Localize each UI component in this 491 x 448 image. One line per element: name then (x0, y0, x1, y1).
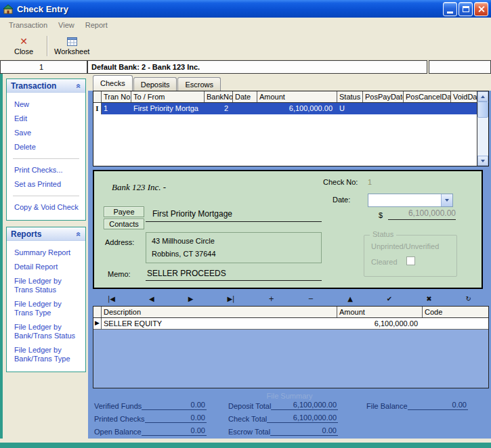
bank-bar-spacer-cell (429, 60, 491, 74)
scrollbar-track[interactable] (477, 102, 488, 156)
sidebar-item-save[interactable]: Save (7, 126, 85, 140)
sidebar-item-detail-report[interactable]: Detail Report (7, 260, 85, 274)
chevron-up-icon[interactable]: « (74, 83, 84, 88)
open-balance-label: Open Balance (94, 428, 142, 436)
table-row[interactable]: ▶ SELLER EQUITY 6,100,000.00 (93, 318, 488, 330)
status-bar (0, 439, 491, 448)
column-to-from[interactable]: To / From (131, 91, 205, 102)
file-summary-columns: Verified Funds 0.00 Printed Checks 0.00 … (88, 401, 491, 439)
check-no-label: Check No: (323, 178, 358, 186)
cancel-edit-icon[interactable]: ✖ (426, 296, 431, 303)
payee-button[interactable]: Payee (104, 206, 144, 217)
deposit-total-value: 6,100,000.00 (271, 401, 338, 410)
sidebar-item-file-ledger-bank-trans-status[interactable]: File Ledger by Bank/Trans Status (7, 320, 85, 343)
column-amount[interactable]: Amount (257, 91, 337, 102)
menubar: Transaction View Report (0, 18, 491, 32)
menu-view[interactable]: View (53, 20, 80, 30)
summary-row-deposit-total: Deposit Total 6,100,000.00 (228, 401, 338, 410)
reports-panel-header[interactable]: Reports « (7, 227, 85, 241)
refresh-icon[interactable]: ↻ (466, 296, 471, 303)
prior-record-icon[interactable]: ◀ (149, 296, 154, 303)
default-bank-cell: Default Bank: 2 - Bank 123 Inc. (87, 60, 427, 74)
sidebar-item-file-ledger-trans-status[interactable]: File Ledger by Trans Status (7, 274, 85, 297)
transaction-panel-header[interactable]: Transaction « (7, 79, 85, 93)
line-items-grid: Description Amount Code ▶ SELLER EQUITY … (93, 306, 489, 388)
tab-checks[interactable]: Checks (93, 75, 133, 91)
sidebar-item-delete[interactable]: Delete (7, 140, 85, 154)
sidebar-item-set-as-printed[interactable]: Set as Printed (7, 177, 85, 192)
arrow-up-icon (481, 95, 485, 98)
cell-void-date (451, 103, 477, 114)
vertical-scrollbar[interactable] (477, 91, 488, 166)
memo-field[interactable]: SELLER PROCEEDS (147, 269, 226, 278)
maximize-button[interactable] (458, 2, 473, 16)
minimize-button[interactable] (443, 2, 457, 16)
summary-row-printed-checks: Printed Checks 0.00 (94, 414, 207, 423)
table-row[interactable]: I 1 First Priority Mortga 2 6,100,000.00… (93, 103, 477, 114)
cleared-checkbox (406, 256, 415, 265)
close-button[interactable]: ✕ Close (7, 33, 41, 59)
sidebar-item-new[interactable]: New (7, 97, 85, 112)
last-record-icon[interactable]: ▶| (227, 296, 234, 303)
close-window-button[interactable] (474, 2, 488, 16)
summary-column-left: Verified Funds 0.00 Printed Checks 0.00 … (94, 401, 207, 439)
checks-grid: Tran No To / From BankNo Date Amount Sta… (93, 91, 489, 166)
post-record-icon[interactable]: ✔ (387, 296, 392, 303)
column-amount[interactable]: Amount (337, 307, 423, 317)
column-bank-no[interactable]: BankNo (205, 91, 233, 102)
amount-field[interactable]: 6,100,000.00 (388, 208, 456, 220)
scrollbar-thumb[interactable] (477, 102, 488, 118)
cell-tran-no: 1 (102, 103, 131, 114)
sidebar-item-copy-void-check[interactable]: Copy & Void Check (7, 200, 85, 215)
tab-deposits[interactable]: Deposits (133, 77, 177, 91)
scroll-down-button[interactable] (477, 156, 488, 166)
file-summary-title: File Summary (88, 392, 491, 400)
worksheet-icon (67, 36, 77, 47)
dropdown-button[interactable] (441, 194, 452, 206)
main-area: Transaction « New Edit Save Delete Print… (0, 74, 491, 439)
summary-row-verified-funds: Verified Funds 0.00 (94, 401, 207, 410)
date-combobox[interactable] (368, 194, 453, 207)
cell-date (233, 103, 257, 114)
delete-record-icon[interactable]: − (308, 296, 314, 303)
contacts-button[interactable]: Contacts (104, 219, 144, 229)
edit-record-icon[interactable]: ▲ (347, 296, 353, 303)
close-button-label: Close (14, 47, 33, 55)
scroll-up-button[interactable] (477, 91, 488, 102)
sidebar-item-file-ledger-trans-type[interactable]: File Ledger by Trans Type (7, 297, 85, 320)
cell-amount: 6,100,000.00 (337, 318, 423, 329)
sidebar-item-file-ledger-bank-trans-type[interactable]: File Ledger by Bank/Trans Type (7, 343, 85, 366)
column-description[interactable]: Description (102, 307, 337, 317)
transaction-panel-items: New Edit Save Delete Print Checks... Set… (7, 93, 85, 220)
sidebar-item-edit[interactable]: Edit (7, 112, 85, 126)
column-date[interactable]: Date (233, 91, 257, 102)
column-status[interactable]: Status (337, 91, 363, 102)
sidebar-divider (13, 158, 79, 159)
column-code[interactable]: Code (423, 307, 488, 317)
payee-name-field[interactable]: First Priority Mortgage (152, 209, 232, 219)
address-field[interactable]: 43 Millhouse Circle Robbins, CT 37644 (146, 232, 322, 263)
insert-record-icon[interactable]: + (268, 296, 274, 303)
sidebar-item-summary-report[interactable]: Summary Report (7, 246, 85, 260)
toolbar: ✕ Close Worksheet (0, 32, 491, 60)
column-tran-no[interactable]: Tran No (102, 91, 131, 102)
next-record-icon[interactable]: ▶ (188, 296, 194, 303)
verified-funds-value: 0.00 (142, 401, 207, 410)
bank-bar: 1 Default Bank: 2 - Bank 123 Inc. (0, 60, 491, 74)
cell-bank-no: 2 (205, 103, 233, 114)
cell-code (423, 318, 488, 329)
column-void-date[interactable]: VoidDat (451, 91, 477, 102)
tab-escrows[interactable]: Escrows (177, 77, 221, 91)
column-pos-pay-date[interactable]: PosPayDate (363, 91, 404, 102)
first-record-icon[interactable]: |◀ (108, 296, 115, 303)
menu-report[interactable]: Report (80, 20, 113, 30)
memo-underline (146, 280, 322, 281)
worksheet-button[interactable]: Worksheet (54, 33, 89, 59)
sidebar-item-print-checks[interactable]: Print Checks... (7, 163, 85, 177)
chevron-up-icon[interactable]: « (74, 231, 84, 236)
reports-panel-items: Summary Report Detail Report File Ledger… (7, 241, 85, 372)
line-items-header: Description Amount Code (93, 307, 488, 318)
menu-transaction[interactable]: Transaction (3, 20, 53, 30)
check-entry-window: Check Entry Transaction View Report ✕ Cl… (0, 0, 491, 448)
column-pos-cancel-date[interactable]: PosCancelDate (404, 91, 451, 102)
